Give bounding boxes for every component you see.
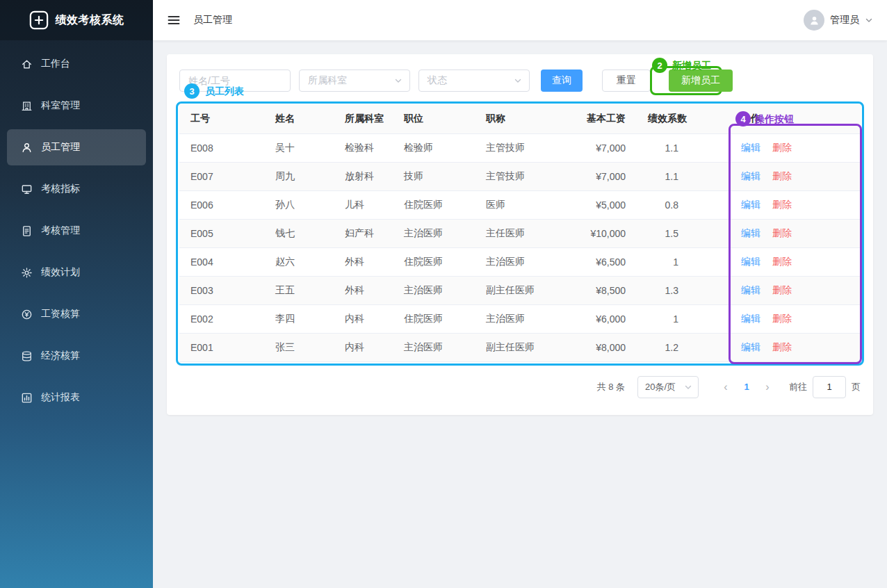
- username: 管理员: [830, 14, 859, 26]
- column-header: 姓名: [264, 104, 334, 133]
- cell-name: 张三: [264, 333, 334, 361]
- cell-position: 主治医师: [393, 276, 475, 304]
- cell-position: 住院医师: [393, 190, 475, 219]
- sidebar-item-department[interactable]: 科室管理: [7, 88, 146, 124]
- sidebar: 绩效考核系统 工作台科室管理员工管理考核指标考核管理绩效计划工资核算经济核算统计…: [0, 0, 153, 588]
- user-icon: [21, 142, 33, 154]
- cell-id: E002: [179, 304, 264, 333]
- sidebar-item-plan[interactable]: 绩效计划: [7, 254, 146, 291]
- cell-title: 副主任医师: [475, 333, 555, 361]
- cell-position: 检验师: [393, 133, 475, 162]
- cell-name: 王五: [264, 276, 334, 304]
- cell-actions: 编辑删除: [690, 133, 861, 162]
- delete-link[interactable]: 删除: [772, 341, 792, 352]
- building-icon: [21, 100, 33, 112]
- edit-link[interactable]: 编辑: [741, 142, 760, 153]
- cell-actions: 编辑删除: [690, 276, 861, 304]
- sidebar-item-salary[interactable]: 工资核算: [7, 296, 146, 332]
- cell-salary: ¥5,000: [555, 190, 637, 219]
- cell-dept: 外科: [334, 247, 393, 276]
- user-menu[interactable]: 管理员: [804, 10, 873, 31]
- chevron-down-icon: [514, 76, 522, 85]
- sidebar-item-employee[interactable]: 员工管理: [7, 129, 146, 165]
- sidebar-item-economy[interactable]: 经济核算: [7, 338, 146, 374]
- cell-id: E003: [179, 276, 264, 304]
- edit-link[interactable]: 编辑: [741, 227, 760, 238]
- table-header-row: 工号姓名所属科室职位职称基本工资绩效系数操作: [179, 104, 861, 133]
- cell-coef: 1: [637, 304, 690, 333]
- breadcrumb: 员工管理: [193, 14, 232, 26]
- app-title: 绩效考核系统: [56, 13, 124, 28]
- cell-name: 赵六: [264, 247, 334, 276]
- chevron-down-icon: [865, 16, 873, 24]
- cell-salary: ¥6,500: [555, 247, 637, 276]
- sidebar-item-label: 员工管理: [41, 141, 80, 154]
- sidebar-item-label: 考核指标: [41, 183, 80, 195]
- edit-link[interactable]: 编辑: [741, 199, 760, 210]
- cell-title: 医师: [475, 190, 555, 219]
- sidebar-item-report[interactable]: 统计报表: [7, 379, 146, 416]
- cell-salary: ¥7,000: [555, 133, 637, 162]
- delete-link[interactable]: 删除: [772, 256, 792, 267]
- add-employee-button[interactable]: 新增员工: [669, 70, 733, 92]
- pagination: 共 8 条 20条/页 ‹ 1 › 前往 页: [179, 376, 861, 398]
- cell-actions: 编辑删除: [690, 162, 861, 190]
- edit-link[interactable]: 编辑: [741, 313, 760, 324]
- page-number-1[interactable]: 1: [736, 382, 757, 392]
- cell-position: 主治医师: [393, 333, 475, 361]
- table-row: E001张三内科主治医师副主任医师¥8,0001.2编辑删除: [179, 333, 861, 361]
- sidebar-item-label: 科室管理: [41, 99, 80, 112]
- goto-page-input[interactable]: [813, 376, 846, 398]
- cell-actions: 编辑删除: [690, 333, 861, 361]
- cell-coef: 1.3: [637, 276, 690, 304]
- delete-link[interactable]: 删除: [772, 284, 792, 295]
- next-page-button[interactable]: ›: [757, 381, 778, 393]
- delete-link[interactable]: 删除: [772, 170, 792, 181]
- content: 所属科室 状态 查询 重置 新增员工: [153, 40, 887, 588]
- cell-id: E001: [179, 333, 264, 361]
- keyword-input[interactable]: [179, 70, 291, 92]
- app-logo-icon: [29, 10, 49, 30]
- main-area: 员工管理 管理员 所属科室: [153, 0, 887, 588]
- app-root: 绩效考核系统 工作台科室管理员工管理考核指标考核管理绩效计划工资核算经济核算统计…: [0, 0, 887, 588]
- salary-icon: [21, 309, 33, 320]
- column-header: 职称: [475, 104, 555, 133]
- status-select[interactable]: 状态: [418, 70, 530, 92]
- cell-coef: 1.5: [637, 219, 690, 247]
- delete-link[interactable]: 删除: [772, 227, 792, 238]
- sidebar-item-workbench[interactable]: 工作台: [7, 46, 146, 82]
- cell-coef: 1.1: [637, 133, 690, 162]
- page-size-select[interactable]: 20条/页: [637, 376, 699, 398]
- chevron-down-icon: [684, 383, 692, 391]
- delete-link[interactable]: 删除: [772, 142, 792, 153]
- edit-link[interactable]: 编辑: [741, 341, 760, 352]
- table-row: E008吴十检验科检验师主管技师¥7,0001.1编辑删除: [179, 133, 861, 162]
- search-button[interactable]: 查询: [541, 70, 583, 92]
- filter-row: 所属科室 状态 查询 重置 新增员工: [179, 70, 861, 92]
- delete-link[interactable]: 删除: [772, 199, 792, 210]
- document-icon: [21, 225, 33, 237]
- cell-name: 吴十: [264, 133, 334, 162]
- delete-link[interactable]: 删除: [772, 313, 792, 324]
- table-row: E006孙八儿科住院医师医师¥5,0000.8编辑删除: [179, 190, 861, 219]
- reset-button[interactable]: 重置: [602, 70, 651, 92]
- prev-page-button[interactable]: ‹: [715, 381, 736, 393]
- cell-title: 主治医师: [475, 304, 555, 333]
- sidebar-item-label: 工作台: [41, 58, 70, 70]
- edit-link[interactable]: 编辑: [741, 170, 760, 181]
- cell-id: E006: [179, 190, 264, 219]
- cell-coef: 0.8: [637, 190, 690, 219]
- department-select[interactable]: 所属科室: [299, 70, 410, 92]
- edit-link[interactable]: 编辑: [741, 284, 760, 295]
- monitor-icon: [21, 183, 33, 195]
- sidebar-item-kpi[interactable]: 考核指标: [7, 171, 146, 207]
- edit-link[interactable]: 编辑: [741, 256, 760, 267]
- cell-title: 主治医师: [475, 247, 555, 276]
- menu-collapse-icon[interactable]: [167, 13, 181, 27]
- cell-position: 技师: [393, 162, 475, 190]
- cell-dept: 内科: [334, 304, 393, 333]
- goto-label: 前往: [789, 381, 807, 393]
- sidebar-item-assessment[interactable]: 考核管理: [7, 213, 146, 249]
- cell-id: E005: [179, 219, 264, 247]
- cell-actions: 编辑删除: [690, 219, 861, 247]
